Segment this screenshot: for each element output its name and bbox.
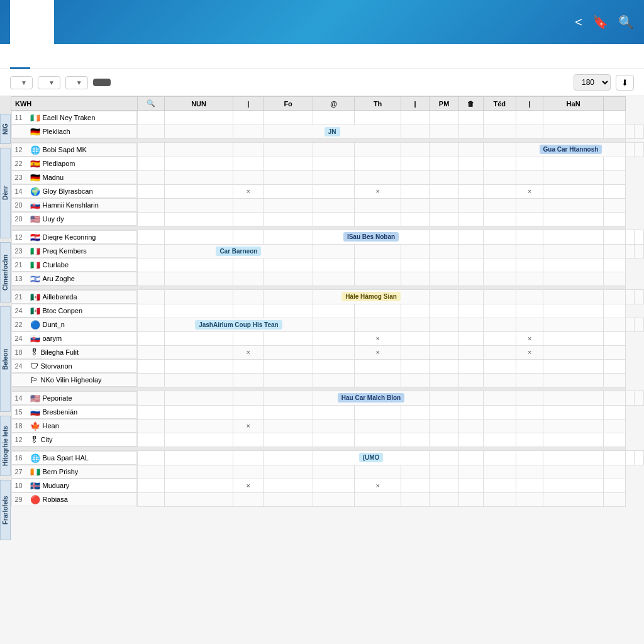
cell-sep2 [401, 419, 430, 433]
cell-sep3 [516, 111, 543, 125]
player-name: Dieqre Keconring [43, 233, 96, 241]
name-cell: 14🇺🇸Peporiate [11, 391, 137, 405]
name-cell: 21🇮🇹Cturlabe [11, 258, 137, 272]
player-name: oarym [43, 335, 62, 342]
cell-sep3 [516, 304, 543, 318]
cell-fo [355, 318, 401, 331]
cell-extra [603, 198, 625, 212]
table-row: 18🍁Hean× [11, 419, 644, 433]
cell-fo [264, 433, 313, 447]
player-name: NKo Vilin Higheolay [41, 376, 102, 384]
cell-ted [543, 290, 603, 304]
player-name: Bern Prishy [43, 468, 79, 475]
flag-icon: 🇸🇰 [30, 334, 40, 343]
cell-ted [483, 359, 516, 373]
col-fo: Fo [264, 97, 313, 111]
cell-nun [164, 465, 233, 479]
cell-at [313, 157, 355, 170]
cell-extra [603, 465, 625, 479]
cell-pm [429, 373, 458, 387]
action-button[interactable] [93, 79, 111, 86]
name-cell: 12🌐Bobi Sapd MK [11, 143, 137, 157]
nav-item-fienends[interactable] [30, 44, 50, 69]
cell-fo [264, 359, 313, 373]
cell-fo [264, 405, 313, 419]
player-number: 10 [15, 482, 28, 489]
cell-pm [483, 290, 516, 304]
bookmark-icon[interactable]: 🔖 [592, 14, 608, 30]
name-cell: 🏳NKo Vilin Higheolay [11, 373, 137, 387]
cell-extra [603, 258, 625, 272]
cell-extra [635, 318, 644, 331]
cell-nun [164, 492, 233, 506]
name-cell: 29🔴Robiasa [11, 492, 137, 506]
download-button[interactable]: ⬇ [616, 75, 634, 91]
nav-item-babit[interactable] [50, 44, 70, 69]
cell-fo [264, 451, 313, 465]
nav-item-contects[interactable] [70, 44, 91, 69]
table-row: 16🌐Bua Spart HAL(UMO [11, 451, 644, 465]
cell-th: × [355, 345, 401, 359]
cell-ted [483, 304, 516, 318]
filter2-select[interactable]: ▼ [38, 76, 60, 89]
cell-nun [164, 451, 233, 465]
player-number: 27 [15, 468, 28, 475]
cell-han [543, 345, 603, 359]
cell-search [137, 419, 164, 433]
flag-icon: 🇺🇸 [30, 214, 40, 224]
cell-ted [483, 331, 516, 345]
table-row: 22🇪🇸Pledlapom [11, 157, 644, 170]
cell-sep2 [401, 465, 430, 479]
cell-han [543, 479, 603, 492]
cell-th [429, 244, 458, 258]
filter3-select[interactable]: ▼ [65, 76, 88, 89]
cell-trash [459, 479, 483, 492]
cell-sep2 [401, 492, 430, 506]
cell-search [137, 125, 164, 139]
group-label-2: Clmenfoclm [0, 242, 11, 303]
col-search[interactable]: 🔍 [137, 97, 164, 111]
cell-trash [459, 184, 483, 198]
col-sep3: | [516, 97, 543, 111]
col-trash[interactable]: 🗑 [459, 97, 483, 111]
cell-at [313, 212, 355, 226]
cell-sep1: × [233, 479, 264, 492]
cell-th [355, 433, 401, 447]
cell-at [313, 465, 355, 479]
cell-trash [459, 331, 483, 345]
cell-th [355, 419, 401, 433]
nav-item-gude[interactable] [10, 44, 30, 69]
nav-item-dass[interactable] [131, 44, 151, 69]
cell-sep1 [233, 304, 264, 318]
cell-trash [459, 258, 483, 272]
player-name: Pledlapom [43, 160, 75, 167]
col-sep1: | [233, 97, 264, 111]
name-cell: 11🇮🇪Eaell Ney Traken [11, 111, 137, 125]
cell-ted [543, 451, 603, 465]
cell-sep2 [459, 230, 483, 245]
cell-at [401, 318, 430, 331]
cell-sep1 [233, 405, 264, 419]
cell-nun: Car Barneon [164, 244, 313, 258]
cell-han [543, 304, 603, 318]
size-select[interactable]: 180 120 240 [574, 74, 611, 91]
cell-fo [264, 143, 313, 157]
player-name: Plekliach [43, 128, 70, 135]
col-sep2: | [401, 97, 430, 111]
cell-han [626, 391, 635, 406]
cell-pm [429, 111, 458, 125]
player-name: Robiasa [43, 496, 68, 503]
nav-item-doitvilv[interactable] [91, 44, 111, 69]
name-cell: 20🇺🇸Uuy dy [11, 212, 137, 226]
cell-extra [603, 405, 625, 419]
nav-item-play[interactable] [111, 44, 131, 69]
filter1-select[interactable]: ▼ [10, 76, 33, 89]
search-icon[interactable]: 🔍 [618, 14, 634, 30]
share-icon[interactable]: < [575, 15, 582, 30]
cell-sep3 [516, 198, 543, 212]
flag-icon: 🎖 [30, 348, 38, 357]
name-cell: 24🇸🇰oarym [11, 331, 137, 345]
cell-at [313, 331, 355, 345]
flag-icon: 🏳 [30, 375, 38, 385]
cell-sep3 [516, 465, 543, 479]
